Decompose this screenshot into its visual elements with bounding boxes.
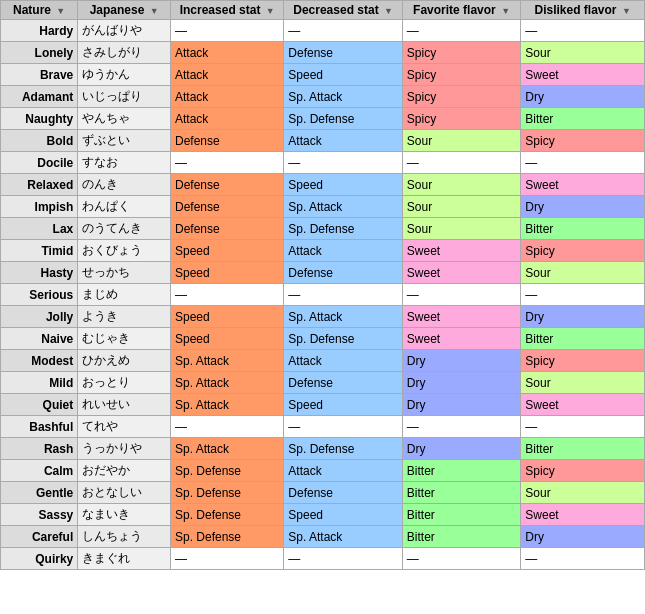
cell-21-5: Sour <box>521 482 645 504</box>
header-disliked[interactable]: Disliked flavor ▼ <box>521 1 645 20</box>
cell-19-2: Sp. Attack <box>171 438 284 460</box>
cell-12-3: — <box>284 284 402 306</box>
cell-18-5: — <box>521 416 645 438</box>
cell-21-4: Bitter <box>402 482 520 504</box>
cell-4-4: Spicy <box>402 108 520 130</box>
cell-17-5: Sweet <box>521 394 645 416</box>
cell-5-5: Spicy <box>521 130 645 152</box>
cell-23-2: Sp. Defense <box>171 526 284 548</box>
cell-22-0: Sassy <box>1 504 78 526</box>
cell-10-2: Speed <box>171 240 284 262</box>
cell-1-2: Attack <box>171 42 284 64</box>
table-row: Hardyがんばりや———— <box>1 20 645 42</box>
cell-19-4: Dry <box>402 438 520 460</box>
cell-3-4: Spicy <box>402 86 520 108</box>
cell-1-0: Lonely <box>1 42 78 64</box>
cell-9-0: Lax <box>1 218 78 240</box>
cell-12-4: — <box>402 284 520 306</box>
table-row: GentleおとなしいSp. DefenseDefenseBitterSour <box>1 482 645 504</box>
cell-23-1: しんちょう <box>78 526 171 548</box>
cell-8-1: わんぱく <box>78 196 171 218</box>
cell-15-0: Modest <box>1 350 78 372</box>
cell-24-0: Quirky <box>1 548 78 570</box>
cell-23-4: Bitter <box>402 526 520 548</box>
cell-18-0: Bashful <box>1 416 78 438</box>
table-row: RashうっかりやSp. AttackSp. DefenseDryBitter <box>1 438 645 460</box>
sort-icon-nature: ▼ <box>56 6 65 16</box>
cell-9-1: のうてんき <box>78 218 171 240</box>
cell-7-0: Relaxed <box>1 174 78 196</box>
cell-4-1: やんちゃ <box>78 108 171 130</box>
cell-13-5: Dry <box>521 306 645 328</box>
cell-10-5: Spicy <box>521 240 645 262</box>
cell-10-3: Attack <box>284 240 402 262</box>
cell-11-2: Speed <box>171 262 284 284</box>
cell-5-3: Attack <box>284 130 402 152</box>
cell-20-2: Sp. Defense <box>171 460 284 482</box>
cell-2-3: Speed <box>284 64 402 86</box>
cell-17-1: れいせい <box>78 394 171 416</box>
table-row: BraveゆうかんAttackSpeedSpicySweet <box>1 64 645 86</box>
cell-6-0: Docile <box>1 152 78 174</box>
cell-19-1: うっかりや <box>78 438 171 460</box>
cell-5-0: Bold <box>1 130 78 152</box>
header-nature[interactable]: Nature ▼ <box>1 1 78 20</box>
cell-18-2: — <box>171 416 284 438</box>
cell-21-0: Gentle <box>1 482 78 504</box>
cell-2-0: Brave <box>1 64 78 86</box>
cell-16-0: Mild <box>1 372 78 394</box>
table-row: Bashfulてれや———— <box>1 416 645 438</box>
cell-6-2: — <box>171 152 284 174</box>
cell-22-4: Bitter <box>402 504 520 526</box>
table-row: QuietれいせいSp. AttackSpeedDrySweet <box>1 394 645 416</box>
cell-3-0: Adamant <box>1 86 78 108</box>
cell-21-3: Defense <box>284 482 402 504</box>
table-row: Quirkyきまぐれ———— <box>1 548 645 570</box>
cell-14-3: Sp. Defense <box>284 328 402 350</box>
cell-18-1: てれや <box>78 416 171 438</box>
cell-6-3: — <box>284 152 402 174</box>
cell-17-2: Sp. Attack <box>171 394 284 416</box>
header-increased[interactable]: Increased stat ▼ <box>171 1 284 20</box>
table-row: AdamantいじっぱりAttackSp. AttackSpicyDry <box>1 86 645 108</box>
header-japanese[interactable]: Japanese ▼ <box>78 1 171 20</box>
cell-1-5: Sour <box>521 42 645 64</box>
cell-24-1: きまぐれ <box>78 548 171 570</box>
cell-6-1: すなお <box>78 152 171 174</box>
cell-8-0: Impish <box>1 196 78 218</box>
cell-0-1: がんばりや <box>78 20 171 42</box>
cell-15-5: Spicy <box>521 350 645 372</box>
cell-10-1: おくびょう <box>78 240 171 262</box>
cell-0-5: — <box>521 20 645 42</box>
cell-22-5: Sweet <box>521 504 645 526</box>
cell-17-4: Dry <box>402 394 520 416</box>
cell-10-0: Timid <box>1 240 78 262</box>
cell-8-3: Sp. Attack <box>284 196 402 218</box>
cell-3-3: Sp. Attack <box>284 86 402 108</box>
cell-0-2: — <box>171 20 284 42</box>
cell-11-5: Sour <box>521 262 645 284</box>
cell-3-1: いじっぱり <box>78 86 171 108</box>
cell-8-5: Dry <box>521 196 645 218</box>
cell-20-5: Spicy <box>521 460 645 482</box>
cell-14-2: Speed <box>171 328 284 350</box>
table-row: SassyなまいきSp. DefenseSpeedBitterSweet <box>1 504 645 526</box>
cell-22-2: Sp. Defense <box>171 504 284 526</box>
cell-5-2: Defense <box>171 130 284 152</box>
cell-7-3: Speed <box>284 174 402 196</box>
table-row: MildおっとりSp. AttackDefenseDrySour <box>1 372 645 394</box>
cell-8-4: Sour <box>402 196 520 218</box>
cell-12-0: Serious <box>1 284 78 306</box>
table-row: ImpishわんぱくDefenseSp. AttackSourDry <box>1 196 645 218</box>
cell-11-1: せっかち <box>78 262 171 284</box>
header-decreased[interactable]: Decreased stat ▼ <box>284 1 402 20</box>
cell-0-4: — <box>402 20 520 42</box>
cell-9-4: Sour <box>402 218 520 240</box>
header-favorite[interactable]: Favorite flavor ▼ <box>402 1 520 20</box>
cell-14-0: Naive <box>1 328 78 350</box>
cell-21-1: おとなしい <box>78 482 171 504</box>
cell-15-3: Attack <box>284 350 402 372</box>
cell-13-4: Sweet <box>402 306 520 328</box>
cell-19-3: Sp. Defense <box>284 438 402 460</box>
table-row: HastyせっかちSpeedDefenseSweetSour <box>1 262 645 284</box>
